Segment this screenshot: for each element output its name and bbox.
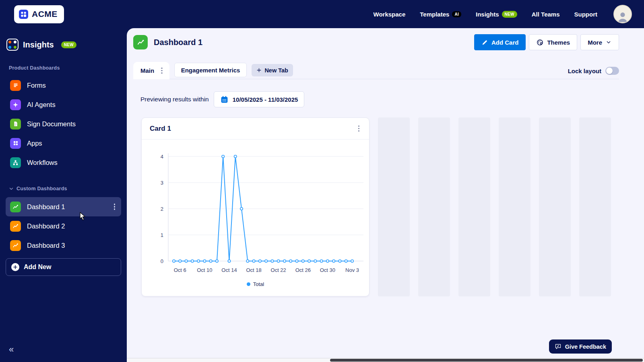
themes-button[interactable]: Themes [529, 34, 577, 50]
give-feedback-button[interactable]: Give Feedback [549, 339, 612, 354]
sidebar-item-label: AI Agents [27, 101, 56, 109]
nav-support-label: Support [574, 11, 598, 18]
dashboard-card: Card 1 01234Oct 6Oct 10Oct 14Oct 18Oct 2… [141, 117, 369, 296]
dashboard-kebab-menu[interactable] [112, 202, 117, 212]
new-tab-button[interactable]: New Tab [252, 64, 293, 76]
svg-text:4: 4 [161, 154, 163, 160]
lock-layout-control: Lock layout [568, 67, 619, 75]
forms-icon [10, 80, 21, 91]
grid-placeholder-column [579, 117, 611, 296]
section-custom-dashboards-label: Custom Dashboards [17, 186, 67, 191]
svg-text:Oct 10: Oct 10 [197, 267, 212, 273]
brand-logo-icon [19, 10, 28, 19]
dashboard-icon [10, 221, 21, 232]
feedback-bubble-icon [555, 343, 561, 350]
new-badge: NEW [502, 11, 517, 18]
more-button[interactable]: More [580, 34, 619, 50]
top-navigation: Workspace TemplatesAI InsightsNEW All Te… [374, 5, 632, 23]
sidebar-item-apps[interactable]: Apps [0, 134, 127, 153]
sidebar-item-sign-documents[interactable]: Sign Documents [0, 114, 127, 134]
brand-logo[interactable]: ACME [14, 5, 64, 23]
sidebar-item-workflows[interactable]: Workflows [0, 153, 127, 172]
sidebar-item-forms[interactable]: Forms [0, 76, 127, 95]
toggle-knob [606, 68, 613, 74]
svg-text:Oct 18: Oct 18 [246, 267, 261, 273]
dashboard-header: Dashboard 1 Add Card Themes More [133, 34, 619, 50]
svg-text:Oct 14: Oct 14 [221, 267, 237, 273]
page-title: Dashboard 1 [154, 38, 202, 47]
date-range-value: 10/05/2025 - 11/03/2025 [233, 96, 298, 103]
user-icon [616, 10, 629, 23]
workflows-icon [10, 157, 21, 168]
dashboard-header-icon [133, 35, 148, 49]
nav-support[interactable]: Support [574, 11, 598, 18]
nav-insights[interactable]: InsightsNEW [476, 11, 517, 18]
ai-agents-icon [10, 99, 21, 110]
section-custom-dashboards[interactable]: Custom Dashboards [0, 186, 127, 191]
horizontal-scrollbar-thumb[interactable] [330, 359, 643, 362]
svg-text:Oct 6: Oct 6 [174, 267, 186, 273]
add-card-button[interactable]: Add Card [474, 34, 526, 50]
sidebar-item-dashboard-3[interactable]: Dashboard 3 [6, 236, 121, 255]
sidebar-menu: Forms AI Agents Sign Documents Apps [0, 76, 127, 172]
sidebar-item-ai-agents[interactable]: AI Agents [0, 95, 127, 114]
themes-label: Themes [547, 39, 570, 46]
ai-badge: AI [452, 11, 461, 17]
sidebar-new-badge: NEW [61, 41, 76, 48]
more-label: More [588, 39, 602, 46]
sidebar-item-label: Forms [27, 82, 46, 89]
nav-templates[interactable]: TemplatesAI [420, 11, 461, 18]
sidebar-item-dashboard-2[interactable]: Dashboard 2 [6, 216, 121, 236]
nav-workspace[interactable]: Workspace [374, 11, 406, 18]
nav-insights-label: Insights [476, 11, 499, 18]
horizontal-scrollbar [127, 358, 644, 362]
chevron-down-icon [605, 39, 612, 45]
date-range-picker[interactable]: 10/05/2025 - 11/03/2025 [214, 91, 305, 107]
section-product-dashboards: Product Dashboards [0, 65, 127, 71]
sidebar-item-label: Dashboard 2 [27, 222, 65, 230]
tab-engagement-metrics[interactable]: Engagement Metrics [174, 63, 247, 77]
give-feedback-label: Give Feedback [565, 343, 606, 350]
tabs-bar: Main Engagement Metrics New Tab Lock lay… [133, 62, 619, 79]
chart-legend: Total [142, 281, 369, 287]
dashboard-icon [10, 240, 21, 251]
sidebar-item-label: Apps [27, 140, 42, 147]
svg-text:1: 1 [161, 232, 163, 238]
svg-text:2: 2 [161, 206, 163, 212]
calendar-icon [220, 95, 229, 104]
svg-text:Oct 30: Oct 30 [320, 267, 335, 273]
dashboard-list: Dashboard 1 Dashboard 2 Dashboard 3 [0, 197, 127, 255]
card-kebab-menu[interactable] [357, 124, 361, 134]
pen-icon [481, 39, 488, 46]
nav-workspace-label: Workspace [374, 11, 406, 18]
nav-all-teams[interactable]: All Teams [532, 11, 560, 18]
sidebar-item-label: Dashboard 3 [27, 242, 65, 249]
tab-main[interactable]: Main [133, 62, 169, 79]
sidebar-item-dashboard-1[interactable]: Dashboard 1 [6, 197, 121, 216]
brand-name: ACME [32, 9, 58, 19]
card-chart: 01234Oct 6Oct 10Oct 14Oct 18Oct 22Oct 26… [146, 140, 365, 282]
grid-placeholder-column [378, 117, 410, 296]
topbar: ACME Workspace TemplatesAI InsightsNEW A… [0, 0, 644, 28]
svg-text:Oct 22: Oct 22 [271, 267, 286, 273]
add-new-label: Add New [24, 263, 51, 271]
grid-placeholder-column [539, 117, 571, 296]
sidebar-item-label: Sign Documents [27, 120, 76, 128]
lock-layout-toggle[interactable] [605, 67, 619, 75]
plus-icon [11, 263, 19, 271]
sidebar-collapse-button[interactable]: « [9, 344, 14, 355]
tab-kebab-menu[interactable] [159, 66, 164, 76]
tab-main-label: Main [140, 67, 154, 74]
avatar[interactable] [613, 5, 632, 23]
svg-text:Oct 26: Oct 26 [295, 267, 311, 273]
svg-text:0: 0 [161, 258, 163, 264]
add-card-label: Add Card [491, 39, 519, 46]
sidebar-product[interactable]: Insights NEW [0, 28, 127, 51]
plus-icon [256, 68, 262, 73]
sidebar-product-name: Insights [23, 40, 54, 49]
header-actions: Add Card Themes More [474, 34, 619, 50]
legend-label: Total [253, 281, 264, 287]
new-tab-label: New Tab [264, 67, 288, 74]
add-new-button[interactable]: Add New [6, 258, 121, 276]
preview-range-label: Previewing results within [140, 96, 209, 103]
